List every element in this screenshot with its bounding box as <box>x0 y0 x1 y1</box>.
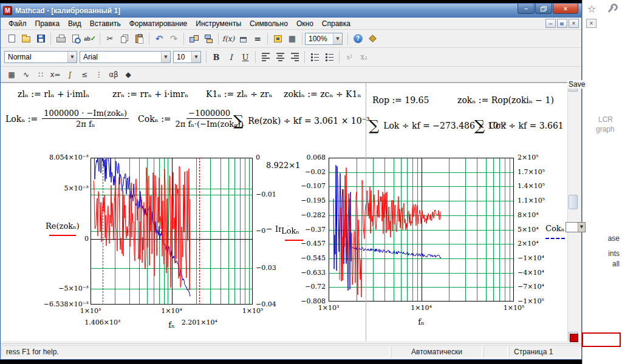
mdi-close-button[interactable]: × <box>569 19 579 28</box>
scrollbar-thumb[interactable] <box>569 195 578 209</box>
floating-combo-fragment[interactable]: ▼ <box>566 222 586 232</box>
title-bar[interactable]: M Mathcad - [калиброванный 1] – × <box>1 4 581 18</box>
axis-tick-label: 5×10⁴ <box>518 226 539 234</box>
math-region-zl[interactable]: zlₙ := rlₙ + i·imlₙ <box>18 89 89 99</box>
math-region-sum-re[interactable]: ∑ Re(zok) ÷ kf = 3.061 × 10⁻³ <box>233 113 370 128</box>
worksheet[interactable]: zlₙ := rlₙ + i·imlₙ zrₙ := rrₙ + i·imrₙ … <box>1 83 567 341</box>
menu-item[interactable]: Инструменты <box>191 18 245 29</box>
matrix-palette-button[interactable]: ∷ <box>33 67 48 81</box>
print-button[interactable] <box>53 32 68 46</box>
expression-text: zlₙ := rlₙ + i·imlₙ <box>18 89 89 99</box>
calculator-palette-button[interactable]: ▦ <box>4 67 19 81</box>
help-button[interactable]: ? <box>350 32 365 46</box>
insert-unit-button[interactable] <box>236 32 250 46</box>
paste-button[interactable] <box>132 32 146 46</box>
subscript-button[interactable]: x₂ <box>357 50 371 64</box>
italic-icon: I <box>229 53 232 62</box>
menu-item[interactable]: Вид <box>64 18 86 29</box>
numbered-list-button[interactable] <box>322 50 337 64</box>
menu-item[interactable]: Справка <box>318 18 355 29</box>
panel-close-button[interactable]: × <box>586 19 596 28</box>
axis-tick-label: 1×10⁵ <box>497 304 531 312</box>
mdi-restore-button[interactable] <box>557 19 567 28</box>
save-button[interactable] <box>33 32 48 46</box>
insert-function-button[interactable]: f(x) <box>221 32 236 46</box>
cut-scissors-icon: ✂ <box>107 34 114 43</box>
right-chart-region[interactable]: 0.068−0.02−0.107−0.195−0.282−0.37−0.457−… <box>262 156 567 338</box>
right-chart-canvas[interactable] <box>329 158 514 302</box>
spell-check-button[interactable]: ab✓ <box>83 32 97 46</box>
menu-item[interactable]: Правка <box>31 18 64 29</box>
menu-item[interactable]: Символьно <box>245 18 292 29</box>
align-center-button[interactable] <box>273 50 287 64</box>
math-region-lok[interactable]: Lokₙ := 1000000 · −Im(zokₙ) 2π fₙ <box>5 109 129 129</box>
floating-save-label[interactable]: Save <box>567 80 586 89</box>
expression-text: zokiₙ := zcₙ ÷ K1ₙ <box>284 89 361 99</box>
font-select[interactable]: Arial ▼ <box>80 51 171 63</box>
legend-lok: Lokₙ <box>281 226 299 235</box>
truncated-option-3: all <box>612 260 620 268</box>
programming-palette-button[interactable]: ⋮ <box>92 67 106 81</box>
copy-button[interactable] <box>117 32 132 46</box>
close-button[interactable]: × <box>553 4 578 14</box>
align-right-button[interactable] <box>287 50 302 64</box>
axis-tick-label: −1×10⁴ <box>518 254 544 262</box>
math-region-zok[interactable]: zokₙ := Rop(zokiₙ − 1) <box>457 95 554 105</box>
style-select[interactable]: Normal ▼ <box>4 51 77 63</box>
resource-diamond-icon <box>369 35 377 42</box>
new-page-icon <box>9 35 15 42</box>
mdi-minimize-button[interactable]: – <box>545 19 556 28</box>
toolbar-separator <box>100 33 100 45</box>
cut-button[interactable]: ✂ <box>103 32 117 46</box>
red-indicator-square <box>570 334 578 342</box>
math-region-sum-cok[interactable]: ∑ Cok ÷ kf = 3.661 × 10³ <box>474 118 567 133</box>
menu-item[interactable]: Вставить <box>86 18 125 29</box>
redo-button[interactable]: ↷ <box>166 32 181 46</box>
math-region-rop[interactable]: Rop := 19.65 <box>372 95 429 105</box>
symbolic-palette-button[interactable]: ◆ <box>121 67 135 81</box>
boolean-palette-button[interactable]: ≤ <box>77 67 92 81</box>
status-help-pane: ress F1 for help. <box>1 345 390 358</box>
math-region-zoki[interactable]: zokiₙ := zcₙ ÷ K1ₙ <box>284 89 361 99</box>
wrench-icon[interactable] <box>606 4 615 14</box>
greek-palette-button[interactable]: αβ <box>106 67 121 81</box>
math-region-k1[interactable]: K1ₙ := zlₙ ÷ zrₙ <box>206 89 272 99</box>
axis-tick-label: 8×10⁴ <box>518 211 539 219</box>
superscript-button[interactable]: x² <box>342 50 357 64</box>
zoom-select[interactable]: 100% ▼ <box>305 33 343 45</box>
bullet-list-button[interactable] <box>307 50 322 64</box>
align-across-button[interactable] <box>186 32 201 46</box>
new-button[interactable] <box>4 32 19 46</box>
left-chart-region[interactable]: 8.054×10⁻³5×10⁻³0−5×10⁻³−6.538×10⁻³0−0.0… <box>31 156 298 338</box>
menu-bar: ФайлПравкаВидВставитьФорматированиеИнстр… <box>1 18 581 30</box>
menu-item[interactable]: Форматирование <box>125 18 192 29</box>
insert-table-button[interactable]: ▦ <box>285 32 299 46</box>
align-down-button[interactable] <box>201 32 216 46</box>
menu-item[interactable]: Окно <box>292 18 318 29</box>
italic-button[interactable]: I <box>224 50 238 64</box>
bold-button[interactable]: B <box>209 50 224 64</box>
graph-palette-button[interactable]: ∿ <box>19 67 33 81</box>
evaluation-palette-button[interactable]: x= <box>48 67 63 81</box>
minimize-button[interactable]: – <box>518 4 535 14</box>
math-region-zr[interactable]: zrₙ := rrₙ + i·imrₙ <box>112 89 188 99</box>
insert-component-button[interactable] <box>270 32 285 46</box>
page-break-line <box>366 83 366 341</box>
align-left-button[interactable] <box>258 50 273 64</box>
menu-item[interactable]: Файл <box>4 18 31 29</box>
expression-text: Re(zok) ÷ kf = 3.061 × 10⁻³ <box>248 116 370 126</box>
restore-button[interactable] <box>535 4 552 14</box>
size-select[interactable]: 10 ▼ <box>173 51 201 63</box>
favorites-star-icon[interactable]: ☆ <box>587 3 596 15</box>
vertical-scrollbar[interactable]: ▲ ▼ <box>567 83 578 341</box>
calculus-palette-button[interactable]: ∫ <box>63 67 77 81</box>
open-button[interactable] <box>19 32 33 46</box>
calculate-button[interactable]: = <box>250 32 265 46</box>
left-chart-canvas[interactable] <box>91 158 253 305</box>
axis-tick-label: 8.054×10⁻³ <box>31 153 89 161</box>
underline-button[interactable]: U <box>238 50 253 64</box>
print-preview-button[interactable] <box>68 32 83 46</box>
math-region-cok[interactable]: Cokₙ := −1000000 2π fₙ·(−Im(zokₙ)) <box>138 109 244 129</box>
resource-center-button[interactable] <box>365 32 380 46</box>
undo-button[interactable]: ↶ <box>152 32 166 46</box>
